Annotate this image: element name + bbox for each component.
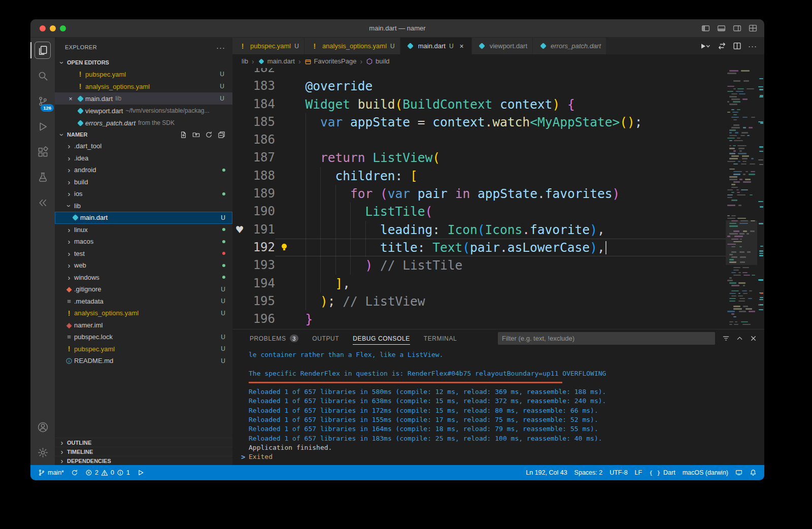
glyph-margin[interactable] <box>232 68 247 77</box>
folder-idea[interactable]: ›.idea <box>55 152 232 164</box>
section-outline[interactable]: ›OUTLINE <box>55 438 232 447</box>
folder-dart-tool[interactable]: ›.dart_tool <box>55 140 232 152</box>
breadcrumb-build[interactable]: build <box>366 57 389 65</box>
status-platform[interactable]: macOS (darwin) <box>679 465 732 480</box>
file-metadata[interactable]: ≡.metadataU <box>55 295 232 308</box>
minimize-button[interactable] <box>50 25 56 31</box>
file-readme-md[interactable]: README.mdU <box>55 355 232 367</box>
panel-tab-output[interactable]: OUTPUT <box>312 329 339 347</box>
project-section-header[interactable]: › NAMER <box>55 129 232 140</box>
split-editor-icon[interactable] <box>733 42 741 50</box>
glyph-margin[interactable] <box>232 203 247 220</box>
folder-linux[interactable]: ›linux <box>55 224 232 236</box>
section-timeline[interactable]: ›TIMELINE <box>55 447 232 456</box>
glyph-margin[interactable] <box>232 275 247 292</box>
open-editor-pubspec-yaml[interactable]: !pubspec.yamlU <box>55 68 232 80</box>
lightbulb-icon[interactable] <box>281 244 287 251</box>
file-namer-iml[interactable]: ◈namer.iml <box>55 319 232 332</box>
file-pubspec-yaml[interactable]: !pubspec.yamlU <box>55 343 232 355</box>
minimap-slider[interactable] <box>726 220 757 265</box>
tab-viewport-dart[interactable]: viewport.dart <box>472 38 533 54</box>
toggle-panel-icon[interactable] <box>717 24 726 32</box>
status-language-mode[interactable]: { }Dart <box>646 465 679 480</box>
glyph-margin[interactable] <box>232 239 247 256</box>
editor[interactable]: 182183 @override184 Widget build(BuildCo… <box>232 68 764 329</box>
glyph-margin[interactable] <box>232 131 247 149</box>
file-gitignore[interactable]: ◆.gitignoreU <box>55 283 232 295</box>
minimap[interactable] <box>726 68 757 329</box>
console-filter-input[interactable] <box>498 332 715 345</box>
breadcrumb-main-dart[interactable]: main.dart <box>258 57 295 65</box>
section-dependencies[interactable]: ›DEPENDENCIES <box>55 456 232 465</box>
console-prompt[interactable]: > <box>241 452 245 461</box>
panel-tab-debug-console[interactable]: DEBUG CONSOLE <box>353 329 410 347</box>
status-remote-screen[interactable] <box>732 465 746 480</box>
status-debug[interactable] <box>133 465 148 480</box>
status-git-branch[interactable]: main* <box>35 465 67 480</box>
folder-windows[interactable]: ›windows <box>55 272 232 284</box>
open-changes-icon[interactable] <box>718 42 726 50</box>
open-editor-errors-patch-dart[interactable]: errors_patch.dartfrom the SDK <box>55 117 232 129</box>
open-editor-main-dart[interactable]: ×main.dartlibU <box>55 92 232 105</box>
glyph-margin[interactable] <box>232 95 247 113</box>
more-icon[interactable]: ··· <box>748 42 757 50</box>
glyph-margin[interactable] <box>232 292 247 310</box>
activity-source-control[interactable]: 126 <box>30 88 55 114</box>
status-indentation[interactable]: Spaces: 2 <box>571 465 606 480</box>
refresh-icon[interactable] <box>205 131 213 139</box>
panel-tab-problems[interactable]: PROBLEMS3 <box>250 329 298 347</box>
status-diagnostics[interactable]: 201 <box>82 465 133 480</box>
close-icon[interactable] <box>750 335 757 342</box>
folder-ios[interactable]: ›ios <box>55 188 232 200</box>
activity-search[interactable] <box>30 63 55 88</box>
glyph-margin[interactable] <box>232 149 247 167</box>
folder-lib[interactable]: ›lib <box>55 200 232 212</box>
glyph-margin[interactable] <box>232 77 247 95</box>
glyph-margin[interactable] <box>232 167 247 185</box>
close-button[interactable] <box>40 25 46 31</box>
status-notifications[interactable] <box>746 465 760 480</box>
folder-build[interactable]: ›build <box>55 176 232 188</box>
open-editor-viewport-dart[interactable]: viewport.dart~/fvm/versions/stable/packa… <box>55 105 232 117</box>
glyph-margin[interactable] <box>232 185 247 203</box>
file-analysis-options-yaml[interactable]: !analysis_options.yamlU <box>55 307 232 319</box>
status-cursor-position[interactable]: Ln 192, Col 43 <box>522 465 570 480</box>
toggle-sidebar-icon[interactable] <box>701 24 710 32</box>
breadcrumb-lib[interactable]: lib <box>242 57 248 65</box>
folder-web[interactable]: ›web <box>55 259 232 272</box>
console-output[interactable]: le container rather than a Flex, like a … <box>232 347 764 465</box>
tab-analysis-options-yaml[interactable]: !analysis_options.yamlU <box>304 38 400 54</box>
glyph-margin[interactable] <box>232 310 247 328</box>
open-editors-header[interactable]: › OPEN EDITORS <box>55 57 232 68</box>
file-main-dart[interactable]: main.dartU <box>55 212 232 224</box>
status-encoding[interactable]: UTF-8 <box>606 465 631 480</box>
run-icon[interactable] <box>699 42 711 50</box>
new-file-icon[interactable] <box>180 131 187 139</box>
activity-extensions[interactable] <box>30 139 55 164</box>
glyph-margin[interactable] <box>232 113 247 131</box>
tab-main-dart[interactable]: main.dartU× <box>400 38 472 54</box>
activity-double-chevron[interactable] <box>30 190 55 215</box>
sidebar-more-actions-icon[interactable]: ··· <box>216 43 225 52</box>
folder-android[interactable]: ›android <box>55 164 232 176</box>
open-editor-analysis-options-yaml[interactable]: !analysis_options.yamlU <box>55 80 232 92</box>
glyph-margin[interactable] <box>232 256 247 274</box>
activity-settings[interactable] <box>30 440 55 465</box>
status-eol[interactable]: LF <box>631 465 646 480</box>
activity-run-debug[interactable] <box>30 114 55 139</box>
tab-errors-patch-dart[interactable]: errors_patch.dart <box>533 38 606 54</box>
new-folder-icon[interactable] <box>192 131 200 139</box>
close-editor-icon[interactable]: × <box>66 95 75 103</box>
file-pubspec-lock[interactable]: ≡pubspec.lockU <box>55 331 232 343</box>
status-sync[interactable] <box>67 465 82 480</box>
close-tab-icon[interactable]: × <box>457 42 466 51</box>
collapse-all-icon[interactable] <box>218 131 225 139</box>
breadcrumb-favoritespage[interactable]: FavoritesPage <box>304 57 357 65</box>
toggle-secondary-sidebar-icon[interactable] <box>733 24 741 32</box>
customize-layout-icon[interactable] <box>749 24 757 32</box>
filter-icon[interactable] <box>722 335 730 342</box>
activity-testing[interactable] <box>30 164 55 190</box>
folder-test[interactable]: ›test <box>55 248 232 260</box>
zoom-button[interactable] <box>60 25 66 31</box>
activity-explorer[interactable] <box>30 38 55 63</box>
